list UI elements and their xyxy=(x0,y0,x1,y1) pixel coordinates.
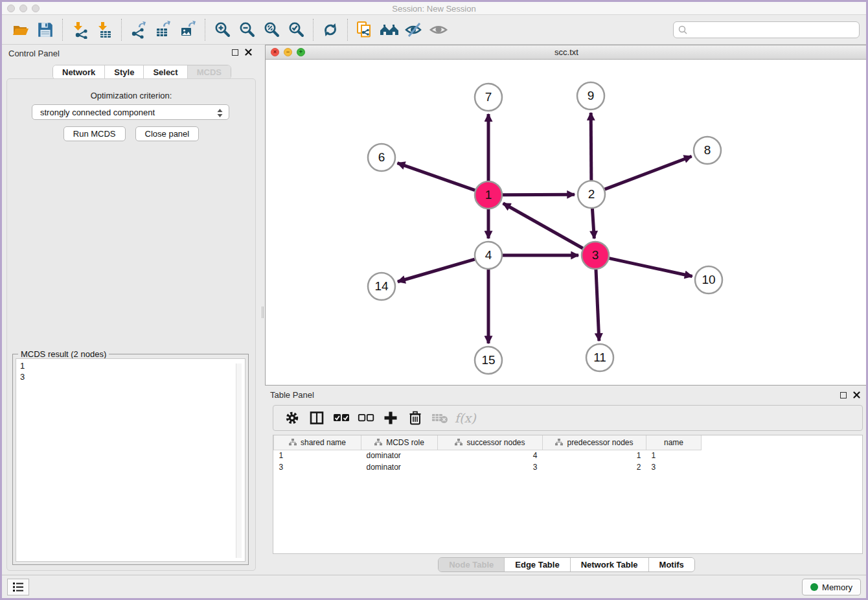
close-panel-button[interactable]: Close panel xyxy=(135,126,200,141)
mcds-result-text[interactable]: 1 3 xyxy=(16,358,246,562)
graph-node-label-10: 10 xyxy=(702,273,715,286)
column-type-icon xyxy=(455,439,463,446)
cell-name[interactable]: 3 xyxy=(646,461,702,473)
graph-edge-2-9[interactable] xyxy=(591,113,591,180)
column-header-predecessor-nodes[interactable]: predecessor nodes xyxy=(543,435,646,450)
graph-node-label-14: 14 xyxy=(374,279,389,293)
network-graph[interactable]: 7968124314101511 xyxy=(266,60,867,386)
first-neighbors-button[interactable] xyxy=(378,19,400,41)
graph-edge-2-8[interactable] xyxy=(605,156,692,189)
network-view-window: × − + scc.txt 7968124314101511 xyxy=(265,45,868,386)
graph-edge-3-1[interactable] xyxy=(503,203,583,248)
cell-name[interactable]: 1 xyxy=(646,450,702,461)
memory-button[interactable]: Memory xyxy=(802,579,861,595)
duplicate-network-button[interactable] xyxy=(354,19,376,41)
float-panel-icon[interactable] xyxy=(232,49,238,56)
graph-edge-1-6[interactable] xyxy=(398,163,475,190)
table-row[interactable]: 3 dominator 3 2 3 xyxy=(274,461,702,473)
float-panel-icon[interactable] xyxy=(840,392,847,398)
export-table-button[interactable] xyxy=(152,19,174,41)
tab-mcds[interactable]: MCDS xyxy=(188,65,231,79)
cell-successor-nodes[interactable]: 4 xyxy=(438,450,543,461)
show-all-button[interactable] xyxy=(428,19,450,41)
function-builder-button[interactable]: f(x) xyxy=(455,408,476,428)
zoom-selected-button[interactable] xyxy=(285,19,307,41)
save-icon xyxy=(37,21,54,38)
graph-edge-3-11[interactable] xyxy=(596,270,599,341)
close-panel-icon[interactable] xyxy=(245,49,252,56)
cell-shared-name[interactable]: 1 xyxy=(274,450,361,461)
task-history-button[interactable] xyxy=(7,579,29,595)
cell-mcds-role[interactable]: dominator xyxy=(361,450,438,461)
graph-edge-4-14[interactable] xyxy=(398,259,475,282)
column-header-shared-name[interactable]: shared name xyxy=(274,435,361,450)
tab-network[interactable]: Network xyxy=(53,65,105,79)
mcds-panel: Optimization criterion: strongly connect… xyxy=(6,78,256,571)
tab-node-table[interactable]: Node Table xyxy=(439,558,505,571)
select-all-columns-button[interactable] xyxy=(332,408,351,428)
zoom-out-icon xyxy=(238,21,256,39)
search-input[interactable] xyxy=(673,21,860,38)
tab-select[interactable]: Select xyxy=(144,65,187,79)
plus-icon xyxy=(383,411,398,425)
column-type-icon xyxy=(555,439,563,446)
toolbar-separator xyxy=(121,19,122,41)
table-settings-button[interactable] xyxy=(282,408,302,428)
result-scrollbar[interactable] xyxy=(236,363,242,558)
cell-predecessor-nodes[interactable]: 2 xyxy=(543,461,646,473)
node-table-grid[interactable]: shared name MCDS role successor nodes pr… xyxy=(273,435,702,473)
toolbar-separator xyxy=(313,19,314,41)
network-window-title: scc.txt xyxy=(266,47,867,57)
zoom-in-button[interactable] xyxy=(211,19,233,41)
table-toolbar: f(x) xyxy=(273,405,863,431)
zoom-fit-icon xyxy=(262,21,280,39)
graph-edge-3-10[interactable] xyxy=(609,259,692,277)
table-header-row: shared name MCDS role successor nodes pr… xyxy=(274,435,702,450)
graph-node-label-6: 6 xyxy=(378,150,385,164)
export-image-button[interactable] xyxy=(177,19,199,41)
open-file-button[interactable] xyxy=(10,19,32,41)
tab-edge-table[interactable]: Edge Table xyxy=(505,558,570,571)
tab-network-table[interactable]: Network Table xyxy=(571,558,649,571)
deselect-all-columns-button[interactable] xyxy=(356,408,376,428)
delete-table-button[interactable] xyxy=(430,408,450,428)
column-header-name[interactable]: name xyxy=(646,435,702,450)
criterion-dropdown[interactable]: strongly connected component xyxy=(32,104,229,120)
criterion-value: strongly connected component xyxy=(40,108,155,117)
main-toolbar xyxy=(2,16,866,45)
tab-style[interactable]: Style xyxy=(105,65,144,79)
memory-label: Memory xyxy=(822,583,852,592)
tab-motifs[interactable]: Motifs xyxy=(649,558,694,571)
cell-successor-nodes[interactable]: 3 xyxy=(438,461,543,473)
gear-icon xyxy=(285,411,299,425)
graph-edge-2-3[interactable] xyxy=(592,209,594,238)
cell-mcds-role[interactable]: dominator xyxy=(361,461,438,473)
zoom-fit-button[interactable] xyxy=(260,19,282,41)
delete-column-button[interactable] xyxy=(405,408,425,428)
zoom-selected-icon xyxy=(287,21,305,39)
column-header-mcds-role[interactable]: MCDS role xyxy=(361,435,438,450)
mcds-result-group: MCDS result (2 nodes) 1 3 xyxy=(12,354,249,565)
export-table-icon xyxy=(154,21,172,39)
network-canvas[interactable]: 7968124314101511 xyxy=(266,60,867,385)
export-network-button[interactable] xyxy=(128,19,150,41)
hide-selected-button[interactable] xyxy=(403,19,425,41)
zoom-out-button[interactable] xyxy=(236,19,258,41)
import-network-icon xyxy=(71,21,89,39)
column-header-successor-nodes[interactable]: successor nodes xyxy=(438,435,543,450)
cell-shared-name[interactable]: 3 xyxy=(274,461,361,473)
show-column-panel-button[interactable] xyxy=(307,408,326,428)
create-column-button[interactable] xyxy=(381,408,400,428)
graph-edge-1-2[interactable] xyxy=(503,194,575,195)
graph-node-label-4: 4 xyxy=(485,248,492,262)
save-session-button[interactable] xyxy=(34,19,56,41)
apply-layout-button[interactable] xyxy=(319,19,341,41)
import-network-button[interactable] xyxy=(69,19,91,41)
import-table-button[interactable] xyxy=(93,19,115,41)
search-icon xyxy=(678,25,688,38)
table-row[interactable]: 1 dominator 4 1 1 xyxy=(274,450,702,461)
run-mcds-button[interactable]: Run MCDS xyxy=(63,126,126,141)
close-panel-icon[interactable] xyxy=(853,391,860,398)
network-window-titlebar[interactable]: × − + scc.txt xyxy=(266,45,867,60)
cell-predecessor-nodes[interactable]: 1 xyxy=(543,450,646,461)
